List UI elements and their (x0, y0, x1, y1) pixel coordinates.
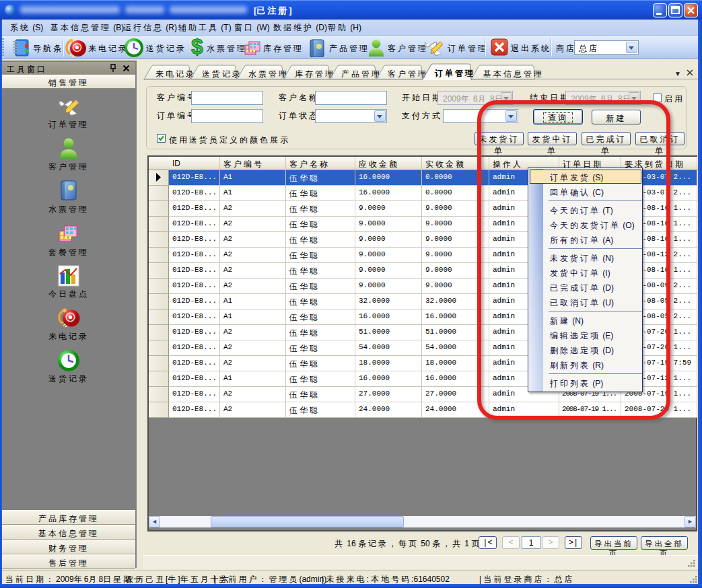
svg-text:$: $ (191, 36, 203, 59)
